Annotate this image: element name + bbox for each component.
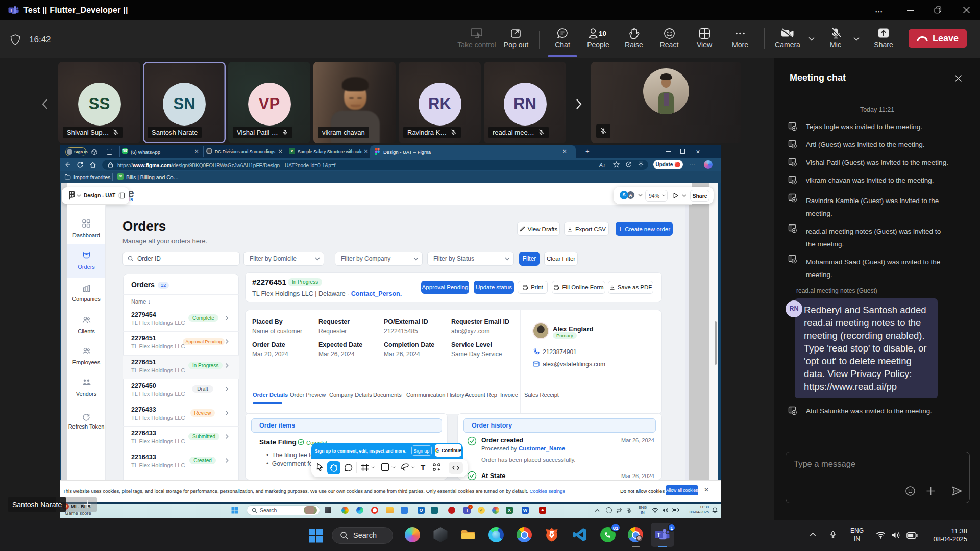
svg-text:10: 10 [599, 30, 606, 37]
svg-text:T: T [10, 8, 13, 13]
svg-text:T: T [657, 531, 660, 538]
